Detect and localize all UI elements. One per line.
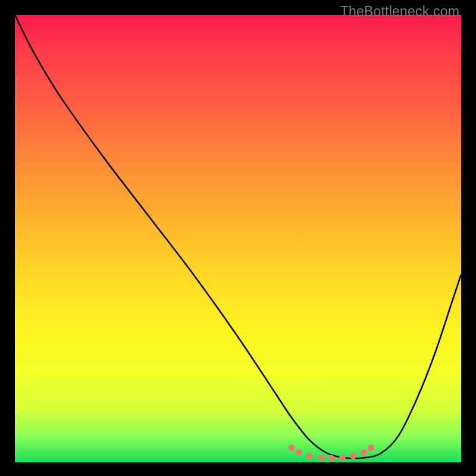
bottleneck-curve [15, 15, 461, 458]
curve-layer [15, 15, 461, 462]
plot-area [15, 15, 461, 462]
highlight-dot [361, 449, 367, 456]
chart-frame: TheBottleneck.com [0, 0, 476, 476]
highlight-dot [368, 444, 374, 451]
highlight-dot [296, 449, 302, 456]
watermark-text: TheBottleneck.com [340, 4, 459, 20]
highlight-dot [318, 455, 324, 461]
highlight-dot [350, 453, 356, 459]
highlight-dot [339, 455, 346, 461]
highlight-dot [289, 444, 295, 451]
highlight-dot [306, 453, 313, 459]
highlight-dots [289, 444, 375, 461]
highlight-dot [328, 455, 335, 462]
